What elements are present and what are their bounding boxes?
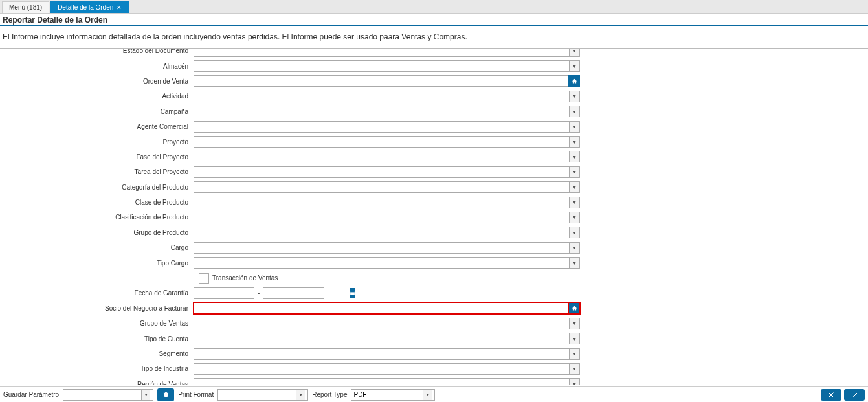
- input-estado-documento[interactable]: [194, 48, 569, 56]
- svg-rect-3: [350, 291, 355, 293]
- checkbox-transaccion-ventas[interactable]: [199, 273, 209, 284]
- combo-region-ventas[interactable]: ▼: [194, 378, 580, 385]
- lookup-socio-facturar: [194, 302, 580, 314]
- label-estado-documento: Estado del Documento: [0, 48, 194, 54]
- input-proyecto[interactable]: [194, 137, 569, 147]
- combo-almacen[interactable]: ▼: [194, 60, 580, 72]
- combo-agente-comercial[interactable]: ▼: [194, 121, 580, 133]
- close-icon[interactable]: ✕: [117, 5, 122, 11]
- dropdown-icon[interactable]: ▼: [569, 212, 579, 223]
- combo-fase-proyecto[interactable]: ▼: [194, 151, 580, 162]
- label-segmento: Segmento: [0, 350, 194, 357]
- input-grupo-producto[interactable]: [194, 227, 569, 238]
- label-cargo: Cargo: [0, 244, 194, 251]
- label-tipo-cargo: Tipo Cargo: [0, 260, 194, 267]
- label-categoria-producto: Categoría del Producto: [0, 184, 194, 191]
- label-fecha-garantia: Fecha de Garantía: [0, 289, 194, 296]
- dropdown-icon[interactable]: ▼: [569, 364, 579, 374]
- input-tipo-cargo[interactable]: [194, 258, 569, 268]
- label-campana: Campaña: [0, 108, 194, 115]
- input-clase-producto[interactable]: [194, 197, 569, 208]
- label-orden-venta: Orden de Venta: [0, 78, 194, 85]
- input-orden-venta[interactable]: [194, 75, 568, 87]
- dropdown-icon[interactable]: ▼: [569, 151, 579, 162]
- combo-tipo-industria[interactable]: ▼: [194, 363, 580, 375]
- combo-proyecto[interactable]: ▼: [194, 136, 580, 148]
- input-region-ventas[interactable]: [194, 379, 569, 385]
- input-cargo[interactable]: [194, 243, 569, 253]
- input-actividad[interactable]: [194, 91, 569, 102]
- label-tarea-proyecto: Tarea del Proyecto: [0, 168, 194, 175]
- input-agente-comercial[interactable]: [194, 122, 569, 132]
- input-categoria-producto[interactable]: [194, 182, 569, 192]
- input-segmento[interactable]: [194, 349, 569, 359]
- tab-menu-label: Menú (181): [9, 4, 42, 11]
- label-region-ventas: Región de Ventas: [0, 381, 194, 385]
- combo-grupo-ventas[interactable]: ▼: [194, 318, 580, 329]
- dropdown-icon[interactable]: ▼: [569, 167, 579, 177]
- label-agente-comercial: Agente Comercial: [0, 123, 194, 130]
- label-tipo-cuenta: Tipo de Cuenta: [0, 335, 194, 342]
- lookup-button[interactable]: [568, 302, 580, 314]
- combo-clasificacion-producto[interactable]: ▼: [194, 212, 580, 223]
- label-almacen: Almacén: [0, 63, 194, 70]
- tab-active-label: Detalle de la Orden: [58, 4, 113, 11]
- label-grupo-producto: Grupo de Producto: [0, 229, 194, 236]
- label-clase-producto: Clase de Producto: [0, 199, 194, 206]
- dropdown-icon[interactable]: ▼: [569, 91, 579, 102]
- lookup-orden-venta: [194, 75, 580, 87]
- dropdown-icon[interactable]: ▼: [569, 122, 579, 132]
- input-fase-proyecto[interactable]: [194, 151, 569, 162]
- dropdown-icon[interactable]: ▼: [569, 318, 579, 329]
- dropdown-icon[interactable]: ▼: [569, 61, 579, 71]
- input-grupo-ventas[interactable]: [194, 318, 569, 329]
- combo-tarea-proyecto[interactable]: ▼: [194, 166, 580, 178]
- input-tarea-proyecto[interactable]: [194, 167, 569, 177]
- label-socio-facturar: Socio del Negocio a Facturar: [0, 305, 194, 312]
- dropdown-icon[interactable]: ▼: [569, 137, 579, 147]
- date-to-wrap: [263, 287, 324, 299]
- label-transaccion-ventas: Transacción de Ventas: [212, 274, 278, 282]
- page-description: El Informe incluye información detallada…: [0, 26, 868, 48]
- label-proyecto: Proyecto: [0, 139, 194, 146]
- tab-menu[interactable]: Menú (181): [2, 1, 49, 13]
- combo-actividad[interactable]: ▼: [194, 91, 580, 102]
- combo-clase-producto[interactable]: ▼: [194, 197, 580, 208]
- input-tipo-industria[interactable]: [194, 364, 569, 374]
- combo-tipo-cuenta[interactable]: ▼: [194, 333, 580, 344]
- combo-campana[interactable]: ▼: [194, 106, 580, 117]
- dropdown-icon[interactable]: ▼: [569, 182, 579, 192]
- calendar-icon[interactable]: [350, 288, 355, 298]
- date-separator: -: [254, 289, 263, 296]
- dropdown-icon[interactable]: ▼: [569, 243, 579, 253]
- form-area: Estado del Documento ▼ Almacén ▼ Orden d…: [0, 48, 868, 385]
- dropdown-icon[interactable]: ▼: [569, 227, 579, 238]
- input-fecha-garantia-to[interactable]: [263, 288, 350, 298]
- dropdown-icon[interactable]: ▼: [569, 197, 579, 208]
- dropdown-icon[interactable]: ▼: [569, 106, 579, 117]
- combo-estado-documento[interactable]: ▼: [194, 48, 580, 57]
- tab-detalle-orden[interactable]: Detalle de la Orden ✕: [50, 1, 129, 13]
- dropdown-icon[interactable]: ▼: [569, 349, 579, 359]
- label-actividad: Actividad: [0, 93, 194, 100]
- input-campana[interactable]: [194, 106, 569, 117]
- input-tipo-cuenta[interactable]: [194, 333, 569, 344]
- label-fase-proyecto: Fase del Proyecto: [0, 153, 194, 161]
- dropdown-icon[interactable]: ▼: [569, 48, 579, 56]
- combo-segmento[interactable]: ▼: [194, 348, 580, 360]
- input-almacen[interactable]: [194, 61, 569, 71]
- combo-tipo-cargo[interactable]: ▼: [194, 257, 580, 269]
- lookup-button[interactable]: [568, 75, 580, 87]
- dropdown-icon[interactable]: ▼: [569, 379, 579, 385]
- label-clasificacion-producto: Clasificación de Producto: [0, 214, 194, 221]
- combo-categoria-producto[interactable]: ▼: [194, 181, 580, 193]
- input-socio-facturar[interactable]: [194, 302, 568, 314]
- input-clasificacion-producto[interactable]: [194, 212, 569, 223]
- label-grupo-ventas: Grupo de Ventas: [0, 320, 194, 327]
- combo-grupo-producto[interactable]: ▼: [194, 227, 580, 238]
- label-tipo-industria: Tipo de Industria: [0, 365, 194, 372]
- dropdown-icon[interactable]: ▼: [569, 258, 579, 268]
- tabs-bar: Menú (181) Detalle de la Orden ✕: [0, 0, 868, 14]
- dropdown-icon[interactable]: ▼: [569, 333, 579, 344]
- combo-cargo[interactable]: ▼: [194, 242, 580, 254]
